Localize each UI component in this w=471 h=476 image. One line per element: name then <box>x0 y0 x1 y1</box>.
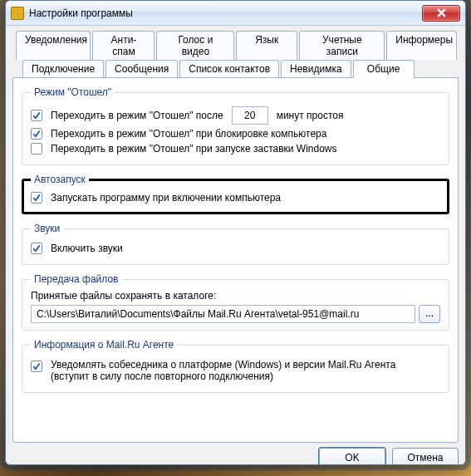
checkbox-autorun[interactable] <box>31 192 42 204</box>
dialog-title: Настройки программы <box>29 7 422 19</box>
label-notify-platform: Уведомлять собеседника о платформе (Wind… <box>51 359 400 382</box>
checkbox-away-lock[interactable] <box>31 128 42 140</box>
tab-antispam[interactable]: Анти-спам <box>92 31 155 60</box>
label-away-lock: Переходить в режим "Отошел" при блокиров… <box>51 128 326 140</box>
checkbox-notify-platform[interactable] <box>31 361 42 372</box>
settings-dialog: Настройки программы Уведомления Анти-спа… <box>5 0 466 465</box>
label-sounds: Включить звуки <box>51 243 123 254</box>
input-files-path[interactable] <box>31 305 415 323</box>
tab-strip: Уведомления Анти-спам Голос и видео Язык… <box>12 31 459 443</box>
cancel-button[interactable]: Отмена <box>392 448 459 465</box>
label-files-caption: Принятые файлы сохранять в каталоге: <box>31 290 440 302</box>
ok-button[interactable]: OK <box>319 448 385 465</box>
group-autorun: Автозапуск Запускать программу при включ… <box>22 174 449 214</box>
tab-messages[interactable]: Сообщения <box>105 60 178 78</box>
checkbox-sounds[interactable] <box>31 243 42 254</box>
tab-contact-list[interactable]: Список контактов <box>179 60 279 78</box>
label-away-after: Переходить в режим "Отошел" после <box>51 110 223 121</box>
titlebar[interactable]: Настройки программы <box>6 1 465 26</box>
group-away-legend: Режим "Отошел" <box>31 86 115 98</box>
tab-pane-general: Режим "Отошел" Переходить в режим "Отоше… <box>12 77 459 443</box>
app-icon <box>11 7 24 20</box>
group-files-legend: Передача файлов <box>31 273 122 285</box>
checkbox-away-saver[interactable] <box>31 143 42 155</box>
close-button[interactable] <box>422 5 460 22</box>
group-autorun-legend: Автозапуск <box>31 174 89 185</box>
label-away-saver: Переходить в режим "Отошел" при запуске … <box>51 143 337 155</box>
label-autorun: Запускать программу при включении компью… <box>51 192 281 204</box>
dialog-footer: OK Отмена <box>12 443 459 465</box>
tab-invisible[interactable]: Невидимка <box>281 60 351 78</box>
group-info: Информация о Mail.Ru Агенте Уведомлять с… <box>22 339 449 393</box>
input-away-minutes[interactable] <box>232 106 268 125</box>
group-away: Режим "Отошел" Переходить в режим "Отоше… <box>22 86 449 165</box>
tab-language[interactable]: Язык <box>236 31 297 60</box>
group-files: Передача файлов Принятые файлы сохранять… <box>22 273 449 331</box>
tab-notifications[interactable]: Уведомления <box>16 31 91 60</box>
tab-accounts[interactable]: Учетные записи <box>299 31 385 60</box>
tab-connection[interactable]: Подключение <box>22 60 104 78</box>
group-info-legend: Информация о Mail.Ru Агенте <box>31 339 177 351</box>
close-icon <box>437 8 446 17</box>
group-sounds-legend: Звуки <box>31 223 63 234</box>
tab-voice-video[interactable]: Голос и видео <box>156 31 234 60</box>
tab-general[interactable]: Общие <box>353 60 415 78</box>
group-sounds: Звуки Включить звуки <box>22 223 449 265</box>
label-away-minutes-suffix: минут простоя <box>277 110 344 121</box>
checkbox-away-after[interactable] <box>31 110 42 121</box>
tab-informers[interactable]: Информеры <box>386 31 457 60</box>
browse-button[interactable]: ... <box>419 305 440 323</box>
